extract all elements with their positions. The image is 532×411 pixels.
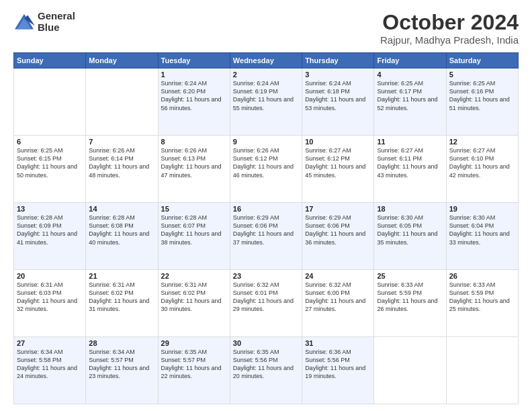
- calendar-cell: 9Sunrise: 6:26 AM Sunset: 6:12 PM Daylig…: [230, 136, 302, 203]
- calendar-cell: 18Sunrise: 6:30 AM Sunset: 6:05 PM Dayli…: [374, 203, 446, 270]
- day-number: 27: [17, 339, 83, 347]
- calendar-cell: [446, 337, 518, 404]
- calendar-week-row: 1Sunrise: 6:24 AM Sunset: 6:20 PM Daylig…: [14, 68, 519, 136]
- calendar-cell: 2Sunrise: 6:24 AM Sunset: 6:19 PM Daylig…: [230, 68, 302, 136]
- day-info: Sunrise: 6:27 AM Sunset: 6:11 PM Dayligh…: [377, 146, 443, 179]
- day-info: Sunrise: 6:33 AM Sunset: 5:59 PM Dayligh…: [377, 281, 443, 314]
- day-number: 9: [233, 138, 299, 146]
- day-number: 8: [161, 138, 227, 146]
- day-info: Sunrise: 6:34 AM Sunset: 5:58 PM Dayligh…: [17, 348, 83, 381]
- day-number: 5: [449, 71, 515, 79]
- day-number: 18: [377, 205, 443, 213]
- day-info: Sunrise: 6:33 AM Sunset: 5:59 PM Dayligh…: [449, 281, 515, 314]
- day-info: Sunrise: 6:28 AM Sunset: 6:08 PM Dayligh…: [89, 214, 154, 246]
- calendar-cell: 19Sunrise: 6:30 AM Sunset: 6:04 PM Dayli…: [446, 203, 518, 270]
- day-number: 3: [305, 71, 371, 79]
- logo-text: General Blue: [38, 11, 75, 33]
- day-info: Sunrise: 6:35 AM Sunset: 5:56 PM Dayligh…: [233, 348, 299, 381]
- calendar-day-header: Monday: [86, 53, 158, 68]
- logo: General Blue: [13, 11, 75, 33]
- day-number: 23: [233, 272, 299, 280]
- day-number: 10: [305, 138, 371, 146]
- day-info: Sunrise: 6:26 AM Sunset: 6:14 PM Dayligh…: [89, 146, 154, 179]
- day-number: 12: [449, 138, 515, 146]
- day-number: 17: [305, 205, 371, 213]
- page: General Blue October 2024 Rajpur, Madhya…: [0, 0, 532, 411]
- calendar-cell: 29Sunrise: 6:35 AM Sunset: 5:57 PM Dayli…: [158, 337, 230, 404]
- calendar-day-header: Wednesday: [230, 53, 302, 68]
- day-number: 30: [233, 339, 299, 347]
- day-info: Sunrise: 6:32 AM Sunset: 6:01 PM Dayligh…: [233, 281, 299, 314]
- day-info: Sunrise: 6:27 AM Sunset: 6:10 PM Dayligh…: [449, 146, 515, 179]
- calendar-week-row: 27Sunrise: 6:34 AM Sunset: 5:58 PM Dayli…: [14, 337, 519, 404]
- calendar-day-header: Tuesday: [158, 53, 230, 68]
- header: General Blue October 2024 Rajpur, Madhya…: [13, 11, 519, 46]
- calendar-day-header: Sunday: [14, 53, 86, 68]
- day-info: Sunrise: 6:36 AM Sunset: 5:56 PM Dayligh…: [305, 348, 371, 381]
- calendar-cell: 31Sunrise: 6:36 AM Sunset: 5:56 PM Dayli…: [302, 337, 374, 404]
- logo-icon: [13, 13, 35, 32]
- day-info: Sunrise: 6:26 AM Sunset: 6:13 PM Dayligh…: [161, 146, 227, 179]
- day-info: Sunrise: 6:31 AM Sunset: 6:03 PM Dayligh…: [17, 281, 83, 314]
- calendar-day-header: Saturday: [446, 53, 518, 68]
- calendar-cell: 10Sunrise: 6:27 AM Sunset: 6:12 PM Dayli…: [302, 136, 374, 203]
- calendar-week-row: 20Sunrise: 6:31 AM Sunset: 6:03 PM Dayli…: [14, 270, 519, 337]
- day-number: 16: [233, 205, 299, 213]
- day-number: 31: [305, 339, 371, 347]
- calendar-cell: [14, 68, 86, 136]
- calendar-cell: 7Sunrise: 6:26 AM Sunset: 6:14 PM Daylig…: [86, 136, 158, 203]
- calendar-day-header: Friday: [374, 53, 446, 68]
- calendar-cell: 15Sunrise: 6:28 AM Sunset: 6:07 PM Dayli…: [158, 203, 230, 270]
- title-area: October 2024 Rajpur, Madhya Pradesh, Ind…: [380, 11, 519, 46]
- day-info: Sunrise: 6:32 AM Sunset: 6:00 PM Dayligh…: [305, 281, 371, 314]
- day-number: 4: [377, 71, 443, 79]
- day-number: 28: [89, 339, 154, 347]
- calendar-cell: 6Sunrise: 6:25 AM Sunset: 6:15 PM Daylig…: [14, 136, 86, 203]
- calendar-cell: 14Sunrise: 6:28 AM Sunset: 6:08 PM Dayli…: [86, 203, 158, 270]
- day-number: 22: [161, 272, 227, 280]
- day-number: 1: [161, 71, 227, 79]
- day-number: 7: [89, 138, 154, 146]
- day-number: 14: [89, 205, 154, 213]
- calendar-cell: 28Sunrise: 6:34 AM Sunset: 5:57 PM Dayli…: [86, 337, 158, 404]
- calendar-cell: 25Sunrise: 6:33 AM Sunset: 5:59 PM Dayli…: [374, 270, 446, 337]
- calendar-cell: 23Sunrise: 6:32 AM Sunset: 6:01 PM Dayli…: [230, 270, 302, 337]
- day-number: 26: [449, 272, 515, 280]
- day-number: 11: [377, 138, 443, 146]
- calendar-cell: 8Sunrise: 6:26 AM Sunset: 6:13 PM Daylig…: [158, 136, 230, 203]
- calendar-cell: 12Sunrise: 6:27 AM Sunset: 6:10 PM Dayli…: [446, 136, 518, 203]
- calendar-cell: 27Sunrise: 6:34 AM Sunset: 5:58 PM Dayli…: [14, 337, 86, 404]
- day-number: 29: [161, 339, 227, 347]
- calendar-cell: 16Sunrise: 6:29 AM Sunset: 6:06 PM Dayli…: [230, 203, 302, 270]
- calendar-cell: 13Sunrise: 6:28 AM Sunset: 6:09 PM Dayli…: [14, 203, 86, 270]
- day-number: 6: [17, 138, 83, 146]
- day-info: Sunrise: 6:30 AM Sunset: 6:05 PM Dayligh…: [377, 214, 443, 246]
- calendar-cell: 22Sunrise: 6:31 AM Sunset: 6:02 PM Dayli…: [158, 270, 230, 337]
- day-info: Sunrise: 6:28 AM Sunset: 6:09 PM Dayligh…: [17, 214, 83, 246]
- calendar-cell: 11Sunrise: 6:27 AM Sunset: 6:11 PM Dayli…: [374, 136, 446, 203]
- calendar-cell: [86, 68, 158, 136]
- calendar-header-row: SundayMondayTuesdayWednesdayThursdayFrid…: [14, 53, 519, 68]
- day-number: 2: [233, 71, 299, 79]
- day-info: Sunrise: 6:24 AM Sunset: 6:18 PM Dayligh…: [305, 79, 371, 112]
- day-info: Sunrise: 6:34 AM Sunset: 5:57 PM Dayligh…: [89, 348, 154, 381]
- day-info: Sunrise: 6:29 AM Sunset: 6:06 PM Dayligh…: [233, 214, 299, 246]
- day-info: Sunrise: 6:30 AM Sunset: 6:04 PM Dayligh…: [449, 214, 515, 246]
- day-number: 15: [161, 205, 227, 213]
- day-info: Sunrise: 6:25 AM Sunset: 6:16 PM Dayligh…: [449, 79, 515, 112]
- day-number: 21: [89, 272, 154, 280]
- day-number: 19: [449, 205, 515, 213]
- calendar-cell: 20Sunrise: 6:31 AM Sunset: 6:03 PM Dayli…: [14, 270, 86, 337]
- subtitle: Rajpur, Madhya Pradesh, India: [380, 34, 519, 46]
- day-info: Sunrise: 6:25 AM Sunset: 6:15 PM Dayligh…: [17, 146, 83, 179]
- day-info: Sunrise: 6:31 AM Sunset: 6:02 PM Dayligh…: [161, 281, 227, 314]
- day-info: Sunrise: 6:28 AM Sunset: 6:07 PM Dayligh…: [161, 214, 227, 246]
- calendar-week-row: 13Sunrise: 6:28 AM Sunset: 6:09 PM Dayli…: [14, 203, 519, 270]
- calendar-cell: 26Sunrise: 6:33 AM Sunset: 5:59 PM Dayli…: [446, 270, 518, 337]
- calendar-cell: 17Sunrise: 6:29 AM Sunset: 6:06 PM Dayli…: [302, 203, 374, 270]
- calendar-cell: 4Sunrise: 6:25 AM Sunset: 6:17 PM Daylig…: [374, 68, 446, 136]
- day-info: Sunrise: 6:27 AM Sunset: 6:12 PM Dayligh…: [305, 146, 371, 179]
- day-info: Sunrise: 6:25 AM Sunset: 6:17 PM Dayligh…: [377, 79, 443, 112]
- day-info: Sunrise: 6:31 AM Sunset: 6:02 PM Dayligh…: [89, 281, 154, 314]
- calendar-cell: [374, 337, 446, 404]
